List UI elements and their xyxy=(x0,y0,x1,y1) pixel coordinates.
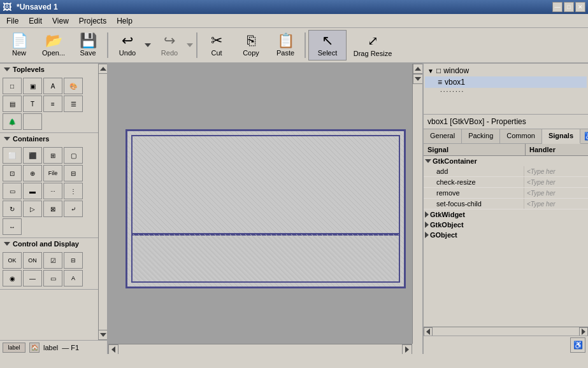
container-vbox[interactable]: ⬛ xyxy=(23,147,42,164)
separator-3 xyxy=(305,32,306,58)
signal-row-check-resize[interactable]: check-resize <Type her xyxy=(424,177,588,188)
containers-header[interactable]: Containers xyxy=(0,133,98,145)
signal-group-gtkobject[interactable]: GtkObject xyxy=(424,220,588,230)
signal-row-remove[interactable]: remove <Type her xyxy=(424,188,588,199)
signals-table: Signal Handler GtkContainer add <Type he… xyxy=(424,144,588,327)
canvas-scroll-up-button[interactable] xyxy=(413,64,422,74)
tree-row-vbox[interactable]: ≡ vbox1 xyxy=(425,76,587,88)
container-file[interactable]: File xyxy=(43,165,62,181)
container-frame2[interactable]: ⊡ xyxy=(3,165,22,181)
ctrl-on[interactable]: ON xyxy=(23,252,42,269)
save-button[interactable]: 💾 Save xyxy=(71,30,104,60)
toplevels-header[interactable]: Toplevels xyxy=(0,64,98,75)
undo-label: Undo xyxy=(119,49,136,57)
redo-icon: ↪ xyxy=(164,34,175,48)
widget-frame[interactable]: ▤ xyxy=(3,96,22,112)
main-layout: Toplevels □ ▣ A 🎨 ▤ T ≡ ☰ 🌲 xyxy=(0,64,588,354)
menu-projects[interactable]: Projects xyxy=(74,15,111,27)
save-label: Save xyxy=(80,49,96,57)
signal-group-gtkwidget[interactable]: GtkWidget xyxy=(424,209,588,220)
signals-scroll-right[interactable] xyxy=(579,327,588,336)
canvas-scroll-down-button[interactable] xyxy=(413,74,422,84)
widget-dialog[interactable]: ▣ xyxy=(23,78,42,94)
undo-dropdown-button[interactable] xyxy=(144,30,152,60)
control-display-header[interactable]: Control and Display xyxy=(0,238,98,250)
cut-button[interactable]: ✂ Cut xyxy=(200,30,233,60)
menu-file[interactable]: File xyxy=(1,15,24,27)
select-icon: ↖ xyxy=(322,34,333,48)
container-fixed[interactable]: ▢ xyxy=(64,147,83,164)
canvas-scroll-horizontal[interactable] xyxy=(108,344,412,354)
ctrl-check[interactable]: ☑ xyxy=(43,252,62,269)
ctrl-ok[interactable]: OK xyxy=(3,252,22,269)
container-c5[interactable]: ↻ xyxy=(3,201,22,217)
signal-group-gtkcontainer[interactable]: GtkContainer xyxy=(424,156,588,166)
redo-dropdown-button[interactable] xyxy=(186,30,194,60)
container-dots[interactable]: ··· xyxy=(43,183,62,199)
window-title: *Unsaved 1 xyxy=(17,3,58,11)
separator-1 xyxy=(107,32,108,58)
ctrl-radio[interactable]: ◉ xyxy=(3,270,22,287)
handler-col-header: Handler xyxy=(526,144,588,155)
container-multi[interactable]: ⊟ xyxy=(64,165,83,181)
canvas-scroll-vertical[interactable] xyxy=(412,64,422,344)
close-button[interactable]: ✕ xyxy=(575,2,585,12)
widget-label[interactable]: A xyxy=(43,78,62,94)
toolbar: 📄 New 📂 Open... 💾 Save ↩ Undo ↪ Redo ✂ xyxy=(0,28,588,64)
widget-window[interactable]: □ xyxy=(3,78,22,94)
menu-help[interactable]: Help xyxy=(111,15,138,27)
menu-edit[interactable]: Edit xyxy=(24,15,47,27)
select-button[interactable]: ↖ Select xyxy=(308,30,347,60)
tree-row-window[interactable]: ▼ □ window xyxy=(425,65,587,76)
ctrl-entry[interactable]: ▭ xyxy=(43,270,62,287)
maximize-button[interactable]: □ xyxy=(564,2,574,12)
container-c9[interactable]: ↔ xyxy=(3,218,22,235)
container-expand[interactable]: ⊕ xyxy=(23,165,42,181)
control-display-arrow-icon xyxy=(4,242,10,246)
canvas-scroll-right-button[interactable] xyxy=(402,344,412,354)
accessibility-button[interactable]: ♿ xyxy=(570,337,585,353)
tab-packing[interactable]: Packing xyxy=(462,129,500,143)
container-hbox[interactable]: ⬜ xyxy=(3,147,22,164)
ctrl-label2[interactable]: A xyxy=(64,270,83,287)
tab-general[interactable]: General xyxy=(424,129,462,143)
minimize-button[interactable]: — xyxy=(552,2,563,12)
redo-button[interactable]: ↪ Redo xyxy=(153,30,186,60)
widget-list[interactable]: ☰ xyxy=(64,96,83,112)
ctrl-spin[interactable]: ⊟ xyxy=(64,252,83,269)
widget-color[interactable]: 🎨 xyxy=(64,78,83,94)
signals-scroll-track[interactable] xyxy=(433,327,579,336)
container-c4[interactable]: ⋮ xyxy=(64,183,83,199)
widget-scroll[interactable]: ≡ xyxy=(43,96,62,112)
canvas-hscroll-track[interactable] xyxy=(118,344,402,354)
widget-empty1[interactable] xyxy=(23,113,42,130)
statusbar-dash-text: — F1 xyxy=(62,344,79,351)
tab-accessibility[interactable]: ♿ xyxy=(580,129,588,143)
container-c2[interactable]: ▬ xyxy=(23,183,42,199)
canvas-scroll-left-button[interactable] xyxy=(108,344,118,354)
ctrl-slider[interactable]: — xyxy=(23,270,42,287)
signal-row-set-focus-child[interactable]: set-focus-child <Type her xyxy=(424,199,588,209)
container-c8[interactable]: ⤶ xyxy=(64,201,83,217)
menu-view[interactable]: View xyxy=(47,15,74,27)
open-button[interactable]: 📂 Open... xyxy=(37,30,70,60)
signal-group-gobject[interactable]: GObject xyxy=(424,230,588,240)
container-c6[interactable]: ▷ xyxy=(23,201,42,217)
tab-signals[interactable]: Signals xyxy=(542,129,580,144)
widget-text[interactable]: T xyxy=(23,96,42,112)
canvas-up-arrow-icon xyxy=(415,67,421,71)
paste-button[interactable]: 📋 Paste xyxy=(269,30,302,60)
new-button[interactable]: 📄 New xyxy=(3,30,36,60)
signals-scroll-left[interactable] xyxy=(424,327,433,336)
signal-row-add[interactable]: add <Type her xyxy=(424,166,588,177)
widget-tree[interactable]: 🌲 xyxy=(3,113,22,130)
container-table[interactable]: ⊞ xyxy=(43,147,62,164)
drag-resize-button[interactable]: ⤢ Drag Resize xyxy=(348,30,398,60)
left-scroll-down[interactable] xyxy=(98,330,108,340)
tab-common[interactable]: Common xyxy=(500,129,542,143)
undo-button[interactable]: ↩ Undo xyxy=(111,30,144,60)
copy-button[interactable]: ⎘ Copy xyxy=(234,30,268,60)
container-c1[interactable]: ▭ xyxy=(3,183,22,199)
container-c7[interactable]: ⊠ xyxy=(43,201,62,217)
left-scroll-up[interactable] xyxy=(98,64,108,74)
